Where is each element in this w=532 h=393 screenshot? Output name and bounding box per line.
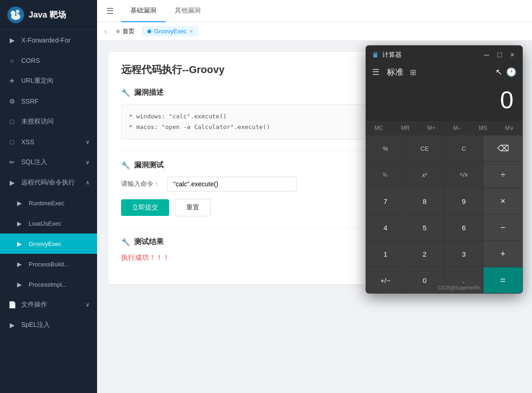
sidebar-item-unauth[interactable]: □ 未授权访问	[0, 111, 97, 132]
breadcrumb-close-icon[interactable]: ×	[190, 28, 193, 35]
sidebar-item-ssrf[interactable]: ⚙ SSRF	[0, 91, 97, 111]
sidebar-item-processimpl[interactable]: ▶ ProcessImpl...	[0, 274, 97, 295]
calc-reciprocal-button[interactable]: ¹⁄ₓ	[366, 162, 405, 188]
svg-point-2	[11, 11, 15, 15]
calc-mr-button[interactable]: MR	[397, 124, 414, 132]
logo-text: Java 靶场	[29, 9, 66, 20]
calc-minimize-button[interactable]: ─	[482, 50, 491, 60]
calc-mode-icon[interactable]: ⊞	[410, 68, 416, 77]
calc-mv-button[interactable]: M∨	[501, 124, 518, 132]
reset-button[interactable]: 重置	[175, 199, 211, 216]
sidebar-item-runtime[interactable]: ▶ RuntimeExec	[0, 193, 97, 213]
calc-ms-button[interactable]: MS	[475, 124, 491, 132]
arrow-right5-icon: ▶	[15, 239, 24, 248]
breadcrumb-tab-home[interactable]: 首页	[110, 25, 140, 37]
arrow-right3-icon: ▶	[15, 198, 24, 208]
breadcrumb-back-icon[interactable]: ‹	[104, 27, 107, 36]
calc-window-controls: ─ □ ×	[482, 50, 516, 60]
calc-2-button[interactable]: 2	[405, 241, 444, 267]
sidebar-item-label: 未授权访问	[21, 117, 54, 126]
sidebar-item-label: ProcessBuild...	[29, 261, 69, 268]
calc-restore-button[interactable]: □	[495, 50, 504, 60]
calc-8-button[interactable]: 8	[405, 188, 444, 214]
calc-mplus-button[interactable]: M+	[424, 124, 439, 132]
calc-5-button[interactable]: 5	[405, 215, 444, 240]
sidebar-item-sqli[interactable]: ✏ SQL注入 ∨	[0, 152, 97, 172]
calc-sign-button[interactable]: +/−	[366, 267, 405, 293]
sidebar-item-label: 远程代码/命令执行	[21, 178, 75, 187]
sidebar-logo: Java 靶场	[0, 0, 97, 30]
sidebar: Java 靶场 ▶ X-Forwarded-For ○ CORS ✈ URL重定…	[0, 0, 97, 393]
calc-memory-row: MC MR M+ M− MS M∨	[366, 121, 523, 135]
sidebar-item-rce[interactable]: ▶ 远程代码/命令执行 ∧	[0, 172, 97, 193]
calc-square-button[interactable]: x²	[405, 162, 444, 188]
tab-other-vuln[interactable]: 其他漏洞	[165, 0, 210, 22]
sidebar-item-fileop[interactable]: 📄 文件操作 ∨	[0, 295, 97, 315]
sidebar-item-label: LoadJsExec	[29, 220, 61, 227]
svg-point-4	[15, 14, 17, 16]
section-icon-result: 🔧	[121, 238, 130, 246]
calc-3-button[interactable]: 3	[445, 241, 483, 267]
calc-1-button[interactable]: 1	[366, 241, 405, 267]
calc-minus-button[interactable]: −	[483, 215, 522, 240]
sidebar-item-groovy[interactable]: ▶ GroovyExec	[0, 233, 97, 254]
sidebar-item-label: X-Forwarded-For	[21, 37, 71, 44]
sidebar-item-spel[interactable]: ▶ SpEL注入	[0, 315, 97, 335]
breadcrumb-bar: ‹ 首页 GroovyExec ×	[97, 22, 532, 41]
sidebar-item-cors[interactable]: ○ CORS	[0, 50, 97, 71]
sidebar-item-processbuild[interactable]: ▶ ProcessBuild...	[0, 254, 97, 274]
calc-mode-label: 标准	[387, 67, 404, 78]
arrow-right7-icon: ▶	[15, 280, 24, 289]
calc-equals-button[interactable]: =	[483, 267, 522, 293]
chevron-up-icon: ∧	[86, 179, 90, 186]
section-icon-desc: 🔧	[121, 88, 130, 97]
calc-dot-button[interactable]: . CSDN@SuperherRo	[445, 267, 483, 293]
submit-button[interactable]: 立即提交	[121, 199, 169, 216]
calc-4-button[interactable]: 4	[366, 215, 405, 240]
top-tabs: ☰ 基础漏洞 其他漏洞	[97, 0, 532, 22]
calc-titlebar: 🖩 计算器 ─ □ ×	[366, 45, 523, 65]
calc-7-button[interactable]: 7	[366, 188, 405, 214]
calc-display: 0	[366, 81, 523, 121]
arrow-right8-icon: ▶	[7, 320, 17, 330]
calc-sqrt-button[interactable]: ²√x	[445, 162, 483, 188]
command-input[interactable]	[167, 177, 297, 191]
plane-icon: ✈	[7, 76, 17, 86]
calc-9-button[interactable]: 9	[445, 188, 483, 214]
calc-multiply-button[interactable]: ×	[483, 188, 522, 214]
calc-6-button[interactable]: 6	[445, 215, 483, 240]
square-icon: □	[7, 117, 17, 126]
calc-divide-button[interactable]: ÷	[483, 162, 522, 188]
svg-point-3	[16, 10, 19, 13]
calc-history-icon[interactable]: 🕐	[506, 67, 516, 77]
sidebar-item-label: SSRF	[21, 98, 38, 105]
calc-percent-button[interactable]: %	[366, 135, 405, 161]
sidebar-item-x-forwarded[interactable]: ▶ X-Forwarded-For	[0, 30, 97, 50]
tab-basic-vuln[interactable]: 基础漏洞	[121, 0, 165, 22]
chevron-down-icon: ∨	[86, 139, 90, 145]
calc-c-button[interactable]: C	[445, 135, 483, 161]
sidebar-item-label: SpEL注入	[21, 321, 50, 329]
pencil-icon: ✏	[7, 158, 17, 167]
sidebar-item-url-redirect[interactable]: ✈ URL重定向	[0, 71, 97, 91]
calc-close-button[interactable]: ×	[508, 50, 516, 60]
watermark-text: CSDN@SuperherRo	[438, 285, 480, 290]
calc-backspace-button[interactable]: ⌫	[483, 135, 522, 161]
calc-mminus-button[interactable]: M−	[449, 124, 465, 132]
sidebar-item-label: 文件操作	[21, 301, 47, 309]
calc-ce-button[interactable]: CE	[405, 135, 444, 161]
calc-hamburger-icon[interactable]: ☰	[372, 67, 379, 77]
breadcrumb-label: 首页	[122, 27, 135, 36]
sidebar-item-label: GroovyExec	[29, 240, 61, 247]
calc-mc-button[interactable]: MC	[371, 124, 387, 132]
arrow-right4-icon: ▶	[15, 219, 24, 228]
sidebar-item-xss[interactable]: □ XSS ∨	[0, 132, 97, 152]
calc-plus-button[interactable]: +	[483, 241, 522, 267]
breadcrumb-tab-groovy[interactable]: GroovyExec ×	[142, 26, 198, 37]
calc-app-icon: 🖩	[372, 51, 379, 59]
sidebar-item-loadjs[interactable]: ▶ LoadJsExec	[0, 213, 97, 233]
hamburger-icon[interactable]: ☰	[106, 6, 114, 16]
sidebar-item-label: CORS	[21, 57, 40, 64]
calc-cursor-icon: ↖	[495, 67, 502, 77]
sidebar-item-label: ProcessImpl...	[29, 281, 67, 288]
